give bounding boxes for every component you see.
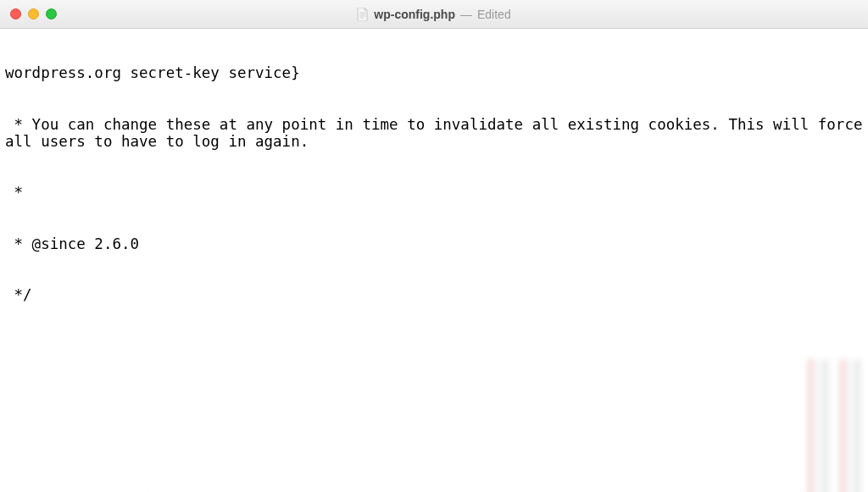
close-button[interactable]	[10, 8, 21, 19]
minimize-button[interactable]	[28, 8, 39, 19]
window-titlebar: wp-config.php — Edited	[0, 0, 868, 29]
maximize-button[interactable]	[46, 8, 57, 19]
code-line: * You can change these at any point in t…	[5, 116, 863, 150]
code-line: */	[5, 286, 863, 303]
code-line: wordpress.org secret-key service}	[5, 64, 863, 81]
code-line: * @since 2.6.0	[5, 235, 863, 252]
redacted-stripe	[807, 359, 863, 492]
document-icon	[357, 8, 369, 21]
redacted-secret-keys-block	[5, 359, 863, 492]
text-editor-area[interactable]: wordpress.org secret-key service} * You …	[0, 29, 868, 492]
window-title: wp-config.php — Edited	[0, 8, 868, 21]
title-filename: wp-config.php	[374, 8, 455, 21]
traffic-lights	[10, 8, 57, 19]
title-separator: —	[460, 8, 472, 21]
title-edited-status: Edited	[477, 8, 511, 21]
code-line: *	[5, 184, 863, 201]
